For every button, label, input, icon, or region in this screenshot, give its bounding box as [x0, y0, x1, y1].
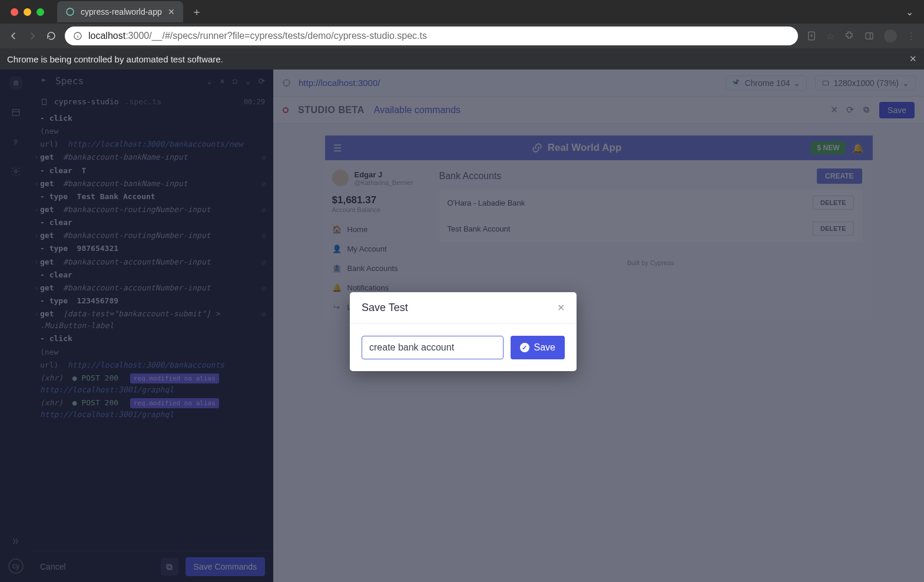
- window-controls: [0, 8, 44, 16]
- minimize-window-icon[interactable]: [24, 8, 31, 16]
- address-bar: localhost:3000/__/#/specs/runner?file=cy…: [0, 24, 924, 48]
- profile-avatar-icon[interactable]: [884, 29, 897, 42]
- new-tab-button[interactable]: ＋: [191, 5, 202, 19]
- close-dialog-icon[interactable]: ✕: [557, 302, 565, 313]
- save-test-dialog: Save Test ✕ ✓ Save: [350, 292, 577, 371]
- svg-point-0: [67, 8, 74, 15]
- automation-infobar: Chrome is being controlled by automated …: [0, 48, 924, 70]
- maximize-window-icon[interactable]: [37, 8, 44, 16]
- check-icon: ✓: [520, 343, 529, 352]
- test-name-input[interactable]: [362, 336, 504, 359]
- close-tab-icon[interactable]: ✕: [168, 7, 175, 16]
- cypress-favicon-icon: [65, 7, 75, 16]
- back-button[interactable]: [8, 31, 19, 41]
- close-infobar-icon[interactable]: ✕: [909, 54, 917, 64]
- reload-button[interactable]: [46, 31, 57, 41]
- tab-title: cypress-realworld-app: [81, 7, 162, 16]
- save-label: Save: [534, 342, 555, 353]
- tab-overflow-icon[interactable]: ⌄: [906, 6, 913, 18]
- toolbar-right: ☆ ⋮: [806, 29, 916, 42]
- forward-button: [27, 31, 38, 41]
- url-input[interactable]: localhost:3000/__/#/specs/runner?file=cy…: [65, 27, 798, 45]
- url-text: localhost:3000/__/#/specs/runner?file=cy…: [88, 31, 427, 41]
- kebab-menu-icon[interactable]: ⋮: [906, 31, 916, 42]
- browser-tab[interactable]: cypress-realworld-app ✕: [57, 1, 183, 22]
- dialog-save-button[interactable]: ✓ Save: [511, 336, 565, 359]
- sidepanel-icon[interactable]: [864, 31, 875, 41]
- cypress-workspace: cy Specs ⌄ ✕ ◻ ⌄ ⟳ cypress-studio.spec.t…: [0, 70, 924, 582]
- dialog-title: Save Test: [362, 302, 408, 314]
- svg-rect-3: [866, 33, 873, 39]
- bookmark-icon[interactable]: ☆: [826, 31, 834, 42]
- site-info-icon[interactable]: [73, 31, 82, 41]
- extensions-icon[interactable]: [844, 31, 855, 41]
- install-icon[interactable]: [806, 31, 817, 41]
- browser-tab-strip: cypress-realworld-app ✕ ＋ ⌄: [0, 0, 924, 24]
- infobar-text: Chrome is being controlled by automated …: [7, 54, 223, 64]
- close-window-icon[interactable]: [11, 8, 18, 16]
